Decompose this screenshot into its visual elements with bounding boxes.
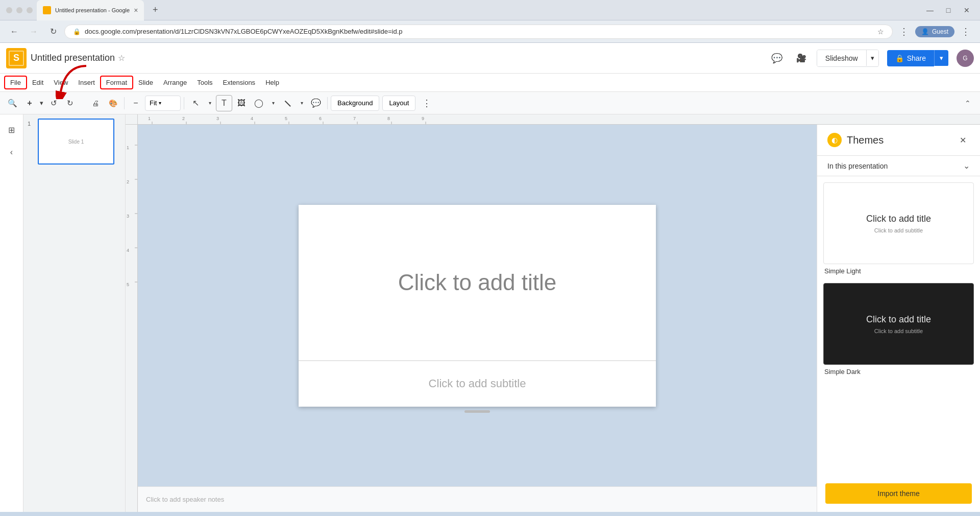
slide-resize-handle[interactable]	[464, 410, 490, 413]
forward-button[interactable]: →	[26, 24, 42, 40]
menu-item-format[interactable]: Format	[100, 76, 133, 89]
lines-button[interactable]: |	[276, 91, 299, 114]
tab-title: Untitled presentation - Google	[55, 7, 130, 13]
profile-button[interactable]: 👤 Guest	[915, 26, 954, 37]
browser-minimize-button[interactable]: —	[923, 3, 937, 17]
slide-canvas[interactable]: Click to add title Click to add subtitle	[299, 205, 656, 407]
collapse-panel-button[interactable]: ‹	[3, 143, 21, 161]
svg-text:2: 2	[182, 116, 185, 121]
doc-title[interactable]: Untitled presentation	[31, 53, 115, 63]
address-bar[interactable]: 🔒 docs.google.com/presentation/d/1LzrClD…	[64, 25, 893, 39]
refresh-button[interactable]: ↻	[45, 24, 61, 40]
slide-title-placeholder[interactable]: Click to add title	[398, 270, 557, 295]
slide-item-1[interactable]: 1 Slide 1	[28, 119, 121, 165]
vertical-ruler: 1 2 3 4 5	[126, 125, 138, 512]
layout-button[interactable]: Layout	[382, 96, 415, 111]
image-button[interactable]: 🖼	[233, 95, 250, 111]
meet-icon: 🎥	[796, 53, 806, 63]
menu-item-arrange[interactable]: Arrange	[158, 77, 192, 88]
theme-preview-dark: Click to add title Click to add subtitle	[823, 283, 974, 365]
select-tool-dropdown[interactable]: ▾	[205, 95, 215, 111]
slide-subtitle-placeholder[interactable]: Click to add subtitle	[429, 377, 526, 390]
zoom-out-toolbar-button[interactable]: −	[128, 95, 144, 111]
svg-text:4: 4	[251, 116, 253, 121]
grid-view-button[interactable]: ⊞	[3, 121, 21, 139]
zoom-select[interactable]: Fit ▾	[145, 96, 181, 111]
svg-text:6: 6	[319, 116, 322, 121]
menu-item-file[interactable]: File	[4, 76, 27, 89]
themes-header: ◐ Themes ✕	[817, 125, 980, 156]
back-button[interactable]: ←	[6, 24, 22, 40]
lock-icon: 🔒	[73, 28, 81, 35]
svg-text:2: 2	[127, 179, 129, 184]
share-button[interactable]: 🔒 Share	[887, 50, 934, 66]
text-box-button[interactable]: T	[216, 95, 232, 111]
select-tool-button[interactable]: ↖	[187, 95, 204, 111]
theme-dark-name: Simple Dark	[823, 365, 974, 376]
menu-item-extensions[interactable]: Extensions	[218, 77, 261, 88]
minimize-button[interactable]	[6, 7, 12, 13]
browser-close-button[interactable]: ✕	[960, 3, 974, 17]
import-theme-button[interactable]: Import theme	[825, 483, 972, 504]
menu-item-tools[interactable]: Tools	[192, 77, 217, 88]
svg-text:3: 3	[127, 214, 129, 219]
svg-text:1: 1	[127, 145, 129, 150]
paint-format-button[interactable]: 🎨	[105, 95, 121, 111]
menu-item-edit[interactable]: Edit	[27, 77, 48, 88]
star-icon[interactable]: ☆	[118, 53, 125, 63]
notes-area[interactable]: Click to add speaker notes	[138, 486, 817, 512]
svg-text:3: 3	[216, 116, 219, 121]
profile-icon: 👤	[921, 28, 929, 35]
menu-item-help[interactable]: Help	[260, 77, 284, 88]
menu-item-slide[interactable]: Slide	[133, 77, 158, 88]
redo-button[interactable]: ↻	[62, 95, 78, 111]
themes-section-collapse-icon[interactable]: ⌄	[963, 161, 970, 171]
extensions-button[interactable]: ⋮	[896, 24, 912, 40]
browser-maximize-button[interactable]: □	[941, 3, 955, 17]
themes-close-button[interactable]: ✕	[955, 133, 970, 147]
menu-item-view[interactable]: View	[48, 77, 73, 88]
theme-card-simple-light[interactable]: Click to add title Click to add subtitle…	[823, 182, 974, 275]
avatar[interactable]: G	[957, 50, 974, 67]
themes-content: Click to add title Click to add subtitle…	[817, 176, 980, 479]
slide-subtitle-area[interactable]: Click to add subtitle	[299, 361, 656, 407]
menu-item-insert[interactable]: Insert	[73, 77, 100, 88]
theme-light-name: Simple Light	[823, 264, 974, 275]
background-button[interactable]: Background	[331, 96, 379, 111]
new-tab-button[interactable]: +	[148, 3, 162, 17]
svg-text:8: 8	[387, 116, 390, 121]
theme-card-simple-dark[interactable]: Click to add title Click to add subtitle…	[823, 283, 974, 376]
theme-light-subtitle: Click to add subtitle	[874, 227, 923, 233]
share-dropdown-button[interactable]: ▾	[934, 50, 948, 66]
themes-section-header[interactable]: In this presentation ⌄	[817, 156, 980, 176]
close-button[interactable]	[27, 7, 33, 13]
svg-text:1: 1	[148, 116, 151, 121]
svg-text:5: 5	[127, 282, 129, 287]
undo-button[interactable]: ↺	[45, 95, 62, 111]
close-tab-icon[interactable]: ×	[134, 6, 138, 14]
browser-menu-button[interactable]: ⋮	[958, 24, 974, 40]
slide-title-area[interactable]: Click to add title	[299, 205, 656, 361]
search-button[interactable]: 🔍	[4, 95, 20, 111]
slideshow-dropdown-button[interactable]: ▾	[866, 50, 878, 66]
svg-text:9: 9	[422, 116, 424, 121]
theme-dark-title: Click to add title	[866, 314, 931, 325]
slide-canvas-area: Click to add title Click to add subtitle	[138, 125, 817, 512]
print-button[interactable]: 🖨	[87, 95, 104, 111]
maximize-button[interactable]	[16, 7, 22, 13]
more-toolbar-button[interactable]: ⋮	[419, 95, 435, 111]
zoom-dropdown-button[interactable]: ▾	[39, 95, 44, 111]
slide-number-1: 1	[28, 119, 35, 127]
slideshow-button[interactable]: Slideshow	[817, 50, 866, 66]
tab[interactable]: Untitled presentation - Google ×	[37, 0, 144, 20]
zoom-in-button[interactable]: +	[21, 95, 38, 111]
bookmark-icon[interactable]: ☆	[877, 28, 884, 36]
meet-button[interactable]: 🎥	[790, 50, 813, 66]
slide-thumbnail-1[interactable]: Slide 1	[38, 119, 114, 165]
collapse-toolbar-button[interactable]: ⌃	[960, 95, 976, 111]
theme-light-title: Click to add title	[866, 214, 931, 224]
comment-button-toolbar[interactable]: 💬	[308, 95, 324, 111]
shapes-button[interactable]: ◯	[251, 95, 267, 111]
notes-placeholder[interactable]: Click to add speaker notes	[146, 496, 224, 503]
comment-button[interactable]: 💬	[768, 49, 786, 67]
